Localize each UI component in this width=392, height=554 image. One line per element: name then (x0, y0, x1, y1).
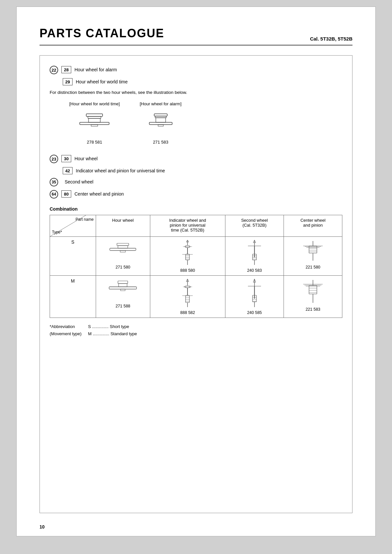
note-text: For distinction between the two hour whe… (50, 90, 342, 95)
svg-rect-53 (186, 295, 189, 303)
svg-rect-7 (156, 118, 166, 122)
footnote-types: S .............. Short type M ..........… (88, 323, 137, 338)
illus-world-svg (73, 110, 116, 136)
num-s-center: 221 580 (287, 265, 339, 269)
svg-rect-38 (309, 246, 317, 253)
item-row-64: 64 80 Center wheel and pinion (50, 190, 342, 199)
svg-rect-11 (117, 243, 129, 246)
illus-world-label: [Hour wheel for world time] (69, 101, 120, 106)
table-row-m: M (50, 276, 342, 318)
cal-info: Cal. 5T32B, 5T52B (310, 36, 352, 42)
illus-alarm: [Hour wheel for alarm] (139, 101, 182, 145)
svg-rect-46 (109, 287, 137, 289)
illus-alarm-svg (139, 110, 182, 136)
illus-world-time: [Hour wheel for world time] (69, 101, 120, 145)
label-28: Hour wheel for alarm (74, 65, 117, 73)
diag-bottom: Type* (52, 230, 62, 234)
svg-rect-0 (86, 114, 103, 116)
svg-m-center (287, 278, 339, 304)
illustration-section: [Hour wheel for world time] (69, 101, 342, 145)
type-s: S (50, 237, 96, 276)
col-header-center: Center wheeland pinion (284, 215, 342, 237)
svg-rect-8 (149, 122, 172, 125)
num-s-second: 240 583 (229, 268, 280, 273)
svg-s-hour (99, 239, 147, 262)
box-30: 30 (61, 155, 71, 162)
circle-64: 64 (50, 190, 58, 199)
svg-rect-47 (121, 289, 125, 291)
footnote-m: M .............. Standard type (88, 330, 137, 338)
svg-rect-45 (119, 284, 127, 287)
combination-section: Combination Part name Type* (50, 206, 342, 338)
svg-s-center (287, 239, 339, 262)
circle-22: 22 (50, 66, 58, 74)
svg-rect-2 (89, 118, 100, 122)
num-s-hour: 271 580 (99, 265, 147, 269)
cell-m-indicator: 888 582 (150, 276, 225, 318)
footnote-abbrev: *Abbreviation (Movement type) (50, 323, 82, 338)
cell-m-second: 240 585 (225, 276, 284, 318)
box-80: 80 (61, 190, 71, 198)
svg-m-indicator (154, 278, 222, 308)
col-header-second: Second wheel(Cal. 5T32B) (225, 215, 284, 237)
num-m-center: 221 583 (287, 307, 339, 312)
type-m: M (50, 276, 96, 318)
illus-alarm-label: [Hour wheel for alarm] (140, 101, 182, 106)
svg-rect-3 (80, 122, 109, 125)
diagonal-header-cell: Part name Type* (50, 215, 96, 237)
label-29: Hour wheel for world time (76, 78, 128, 85)
diag-top: Part name (75, 217, 93, 222)
svg-rect-14 (120, 251, 125, 252)
svg-rect-44 (118, 281, 128, 284)
page-title: PARTS CATALOGUE (40, 26, 164, 40)
item-row-35: 35 Second wheel (50, 178, 342, 186)
box-28: 28 (61, 66, 71, 73)
circle-23: 23 (50, 155, 58, 163)
svg-m-second (229, 278, 280, 308)
footnote: *Abbreviation (Movement type) S ........… (50, 323, 342, 338)
illus-world-num: 278 581 (87, 140, 102, 145)
cell-s-second: 240 583 (225, 237, 284, 276)
circle-35: 35 (50, 178, 58, 186)
combination-table: Part name Type* Hour wheel Indicator whe… (50, 215, 342, 318)
cell-m-center: 221 583 (284, 276, 342, 318)
illus-alarm-num: 271 583 (153, 140, 168, 145)
page: PARTS CATALOGUE Cal. 5T32B, 5T52B 22 28 … (16, 7, 376, 536)
svg-rect-13 (110, 248, 136, 251)
group-23: 23 30 Hour wheel 42 Indicator wheel and … (50, 154, 342, 174)
page-header: PARTS CATALOGUE Cal. 5T32B, 5T52B (40, 26, 352, 45)
svg-s-second (229, 239, 280, 266)
label-42: Indicator wheel and pinion for universal… (76, 166, 165, 174)
content-area: 22 28 Hour wheel for alarm 29 Hour wheel… (40, 55, 352, 513)
col-header-indicator: Indicator wheel andpinion for universalt… (150, 215, 225, 237)
svg-s-indicator (154, 239, 222, 266)
combination-title: Combination (50, 206, 342, 212)
label-80: Center wheel and pinion (74, 190, 124, 198)
num-s-indicator: 888 580 (154, 268, 222, 273)
col-header-hour-wheel: Hour wheel (96, 215, 150, 237)
item-row-29: 29 Hour wheel for world time (63, 78, 342, 85)
page-number: 10 (40, 524, 45, 529)
svg-rect-1 (88, 116, 101, 118)
cell-s-center: 221 580 (284, 237, 342, 276)
num-m-indicator: 888 582 (154, 310, 222, 315)
num-m-hour: 271 588 (99, 304, 147, 308)
cell-s-hour: 271 580 (96, 237, 150, 276)
box-29: 29 (63, 78, 73, 85)
svg-rect-5 (154, 114, 167, 116)
table-row-s: S 271 580 (50, 237, 342, 276)
item-row-23: 23 30 Hour wheel (50, 154, 342, 163)
footnote-s: S .............. Short type (88, 323, 137, 330)
num-m-second: 240 585 (229, 310, 280, 315)
box-42: 42 (63, 167, 73, 174)
item-row-22: 22 28 Hour wheel for alarm (50, 65, 342, 74)
svg-m-hour (99, 278, 147, 301)
label-35: Second wheel (65, 178, 93, 185)
svg-rect-12 (118, 246, 128, 248)
label-30: Hour wheel (74, 154, 98, 162)
item-row-42: 42 Indicator wheel and pinion for univer… (63, 166, 342, 174)
cell-m-hour: 271 588 (96, 276, 150, 318)
cell-s-indicator: 888 580 (150, 237, 225, 276)
